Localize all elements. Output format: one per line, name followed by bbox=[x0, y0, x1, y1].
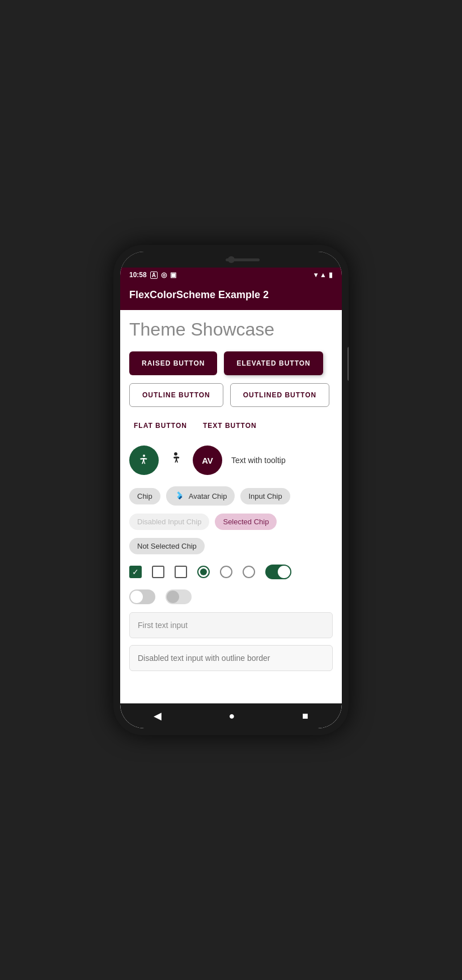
elevated-button[interactable]: ELEVATED BUTTON bbox=[224, 351, 323, 375]
icon-row: AV Text with tooltip bbox=[129, 446, 333, 475]
checkbox-checked[interactable]: ✓ bbox=[129, 566, 142, 578]
app-bar: FlexColorScheme Example 2 bbox=[120, 282, 342, 310]
outline-row: OUTLINE BUTTON OUTLINED BUTTON bbox=[129, 383, 333, 407]
flat-text-row: FLAT BUTTON TEXT BUTTON bbox=[129, 415, 333, 436]
raised-button[interactable]: RAISED BUTTON bbox=[129, 351, 217, 375]
home-button[interactable]: ● bbox=[218, 707, 247, 726]
flutter-logo-icon bbox=[174, 490, 185, 502]
chip-basic[interactable]: Chip bbox=[129, 488, 160, 504]
status-icon-circle: ◎ bbox=[161, 271, 167, 279]
fab-accessibility-button[interactable] bbox=[129, 446, 159, 475]
flat-button[interactable]: FLAT BUTTON bbox=[129, 415, 192, 436]
app-bar-title: FlexColorScheme Example 2 bbox=[129, 289, 333, 301]
text-input-section bbox=[129, 612, 333, 671]
chip-row-3: Not Selected Chip bbox=[129, 538, 333, 554]
chip-input[interactable]: Input Chip bbox=[240, 488, 290, 504]
toggle-on[interactable] bbox=[265, 565, 291, 579]
radio-checked[interactable] bbox=[197, 566, 210, 578]
status-bar: 10:58 A ◎ ▣ ▾ ▲ ▮ bbox=[120, 268, 342, 282]
svg-point-0 bbox=[143, 455, 145, 457]
back-button[interactable]: ◀ bbox=[142, 706, 173, 726]
person-icon bbox=[168, 451, 184, 470]
nav-bar: ◀ ● ■ bbox=[120, 703, 342, 728]
svg-point-1 bbox=[174, 452, 177, 455]
text-button[interactable]: TEXT BUTTON bbox=[198, 415, 261, 436]
toggle-row-2 bbox=[129, 589, 333, 604]
toggle-off[interactable] bbox=[129, 589, 155, 604]
outline-button[interactable]: OUTLINE BUTTON bbox=[129, 383, 223, 407]
chip-not-selected[interactable]: Not Selected Chip bbox=[129, 538, 205, 554]
main-content: Theme Showcase RAISED BUTTON ELEVATED BU… bbox=[120, 310, 342, 703]
first-text-input[interactable] bbox=[129, 612, 333, 638]
chip-disabled-input: Disabled Input Chip bbox=[129, 514, 209, 530]
chip-selected[interactable]: Selected Chip bbox=[215, 514, 277, 530]
chip-row-1: Chip Avatar Chip Input Chip bbox=[129, 486, 333, 506]
radio-unchecked-1[interactable] bbox=[220, 566, 232, 578]
chip-row-2: Disabled Input Chip Selected Chip bbox=[129, 514, 333, 530]
checkbox-unchecked-2[interactable] bbox=[175, 566, 187, 578]
toggle-disabled bbox=[166, 589, 192, 604]
speaker bbox=[226, 258, 260, 261]
controls-row: ✓ bbox=[129, 565, 333, 579]
showcase-title: Theme Showcase bbox=[129, 319, 333, 340]
avatar[interactable]: AV bbox=[193, 446, 222, 475]
raised-elevated-row: RAISED BUTTON ELEVATED BUTTON bbox=[129, 351, 333, 375]
accessibility-icon bbox=[137, 453, 151, 467]
recents-button[interactable]: ■ bbox=[291, 707, 320, 726]
status-icon-a: A bbox=[150, 271, 158, 279]
phone-top-bar bbox=[120, 252, 342, 268]
checkbox-unchecked-1[interactable] bbox=[152, 566, 164, 578]
status-time: 10:58 bbox=[129, 271, 147, 279]
chip-avatar[interactable]: Avatar Chip bbox=[166, 486, 235, 506]
tooltip-text: Text with tooltip bbox=[231, 456, 286, 465]
signal-icon: ▲ bbox=[320, 271, 327, 279]
status-icon-sd: ▣ bbox=[170, 271, 176, 279]
battery-icon: ▮ bbox=[329, 271, 333, 279]
radio-unchecked-2[interactable] bbox=[243, 566, 255, 578]
wifi-icon: ▾ bbox=[314, 271, 317, 279]
disabled-text-input bbox=[129, 645, 333, 671]
outlined-button[interactable]: OUTLINED BUTTON bbox=[230, 383, 329, 407]
volume-button bbox=[347, 347, 349, 381]
